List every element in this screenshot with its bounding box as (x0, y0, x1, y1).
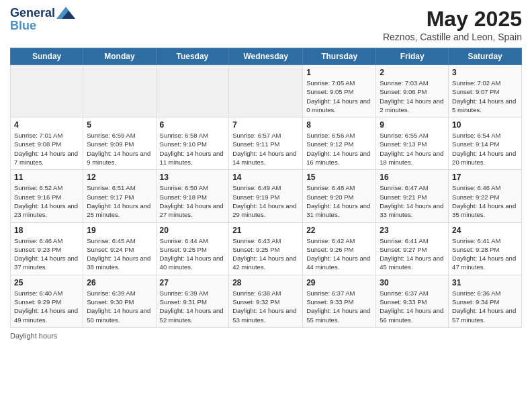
calendar-cell: 20Sunrise: 6:44 AM Sunset: 9:25 PM Dayli… (156, 222, 229, 275)
calendar-cell: 16Sunrise: 6:47 AM Sunset: 9:21 PM Dayli… (376, 170, 449, 222)
calendar-header-row: SundayMondayTuesdayWednesdayThursdayFrid… (11, 48, 522, 65)
calendar-header-wednesday: Wednesday (229, 48, 303, 65)
day-info: Sunrise: 6:41 AM Sunset: 9:28 PM Dayligh… (452, 236, 518, 272)
day-info: Sunrise: 6:36 AM Sunset: 9:34 PM Dayligh… (452, 289, 518, 324)
calendar-cell: 25Sunrise: 6:40 AM Sunset: 9:29 PM Dayli… (11, 275, 83, 327)
day-number: 28 (232, 278, 299, 287)
calendar-cell: 24Sunrise: 6:41 AM Sunset: 9:28 PM Dayli… (449, 222, 522, 275)
day-number: 5 (87, 120, 152, 130)
day-number: 29 (306, 278, 372, 287)
day-number: 31 (452, 278, 518, 287)
calendar-cell: 18Sunrise: 6:46 AM Sunset: 9:23 PM Dayli… (11, 222, 83, 275)
day-number: 20 (160, 226, 226, 235)
day-number: 11 (14, 173, 79, 182)
day-number: 24 (452, 226, 518, 235)
day-info: Sunrise: 6:54 AM Sunset: 9:14 PM Dayligh… (452, 131, 518, 167)
day-number: 30 (380, 278, 445, 287)
day-number: 27 (160, 278, 226, 287)
calendar-cell: 21Sunrise: 6:43 AM Sunset: 9:25 PM Dayli… (229, 222, 303, 275)
day-number: 10 (452, 120, 518, 130)
day-info: Sunrise: 6:37 AM Sunset: 9:33 PM Dayligh… (380, 289, 445, 324)
day-info: Sunrise: 6:56 AM Sunset: 9:12 PM Dayligh… (306, 131, 372, 167)
calendar-cell: 26Sunrise: 6:39 AM Sunset: 9:30 PM Dayli… (83, 275, 156, 327)
calendar-cell: 27Sunrise: 6:39 AM Sunset: 9:31 PM Dayli… (156, 275, 229, 327)
day-info: Sunrise: 6:47 AM Sunset: 9:21 PM Dayligh… (380, 183, 445, 219)
footer-note: Daylight hours (10, 332, 522, 340)
day-number: 1 (306, 68, 372, 77)
calendar-cell: 5Sunrise: 6:59 AM Sunset: 9:09 PM Daylig… (83, 118, 156, 170)
calendar-header-monday: Monday (83, 48, 156, 65)
calendar-cell: 2Sunrise: 7:03 AM Sunset: 9:06 PM Daylig… (376, 65, 449, 118)
day-number: 18 (14, 226, 79, 235)
day-number: 21 (232, 226, 299, 235)
calendar-cell (83, 65, 156, 118)
calendar-cell: 7Sunrise: 6:57 AM Sunset: 9:11 PM Daylig… (229, 118, 303, 170)
calendar-table: SundayMondayTuesdayWednesdayThursdayFrid… (10, 48, 522, 328)
day-info: Sunrise: 6:44 AM Sunset: 9:25 PM Dayligh… (160, 236, 226, 272)
calendar-cell: 12Sunrise: 6:51 AM Sunset: 9:17 PM Dayli… (83, 170, 156, 222)
logo-text: General (10, 7, 75, 20)
day-number: 16 (380, 173, 445, 182)
calendar-cell: 3Sunrise: 7:02 AM Sunset: 9:07 PM Daylig… (449, 65, 522, 118)
calendar-cell: 14Sunrise: 6:49 AM Sunset: 9:19 PM Dayli… (229, 170, 303, 222)
day-number: 17 (452, 173, 518, 182)
calendar-cell: 23Sunrise: 6:41 AM Sunset: 9:27 PM Dayli… (376, 222, 449, 275)
calendar-cell: 30Sunrise: 6:37 AM Sunset: 9:33 PM Dayli… (376, 275, 449, 327)
logo: General Blue (10, 7, 75, 33)
day-info: Sunrise: 6:38 AM Sunset: 9:32 PM Dayligh… (232, 289, 299, 324)
calendar-header-sunday: Sunday (11, 48, 83, 65)
day-number: 26 (87, 278, 152, 287)
day-info: Sunrise: 6:43 AM Sunset: 9:25 PM Dayligh… (232, 236, 299, 272)
day-info: Sunrise: 7:05 AM Sunset: 9:05 PM Dayligh… (306, 79, 372, 114)
day-info: Sunrise: 6:57 AM Sunset: 9:11 PM Dayligh… (232, 131, 299, 167)
day-info: Sunrise: 6:51 AM Sunset: 9:17 PM Dayligh… (87, 183, 152, 219)
day-info: Sunrise: 6:45 AM Sunset: 9:24 PM Dayligh… (87, 236, 152, 272)
calendar-week-1: 1Sunrise: 7:05 AM Sunset: 9:05 PM Daylig… (11, 65, 522, 118)
title-area: May 2025 Reznos, Castille and Leon, Spai… (383, 7, 522, 42)
day-info: Sunrise: 6:59 AM Sunset: 9:09 PM Dayligh… (87, 131, 152, 167)
day-number: 2 (380, 68, 445, 77)
day-info: Sunrise: 6:46 AM Sunset: 9:23 PM Dayligh… (14, 236, 79, 272)
day-number: 8 (306, 120, 372, 130)
calendar-cell: 13Sunrise: 6:50 AM Sunset: 9:18 PM Dayli… (156, 170, 229, 222)
day-info: Sunrise: 6:46 AM Sunset: 9:22 PM Dayligh… (452, 183, 518, 219)
logo-icon (56, 7, 75, 19)
calendar-cell: 17Sunrise: 6:46 AM Sunset: 9:22 PM Dayli… (449, 170, 522, 222)
day-info: Sunrise: 6:50 AM Sunset: 9:18 PM Dayligh… (160, 183, 226, 219)
day-number: 3 (452, 68, 518, 77)
calendar-week-2: 4Sunrise: 7:01 AM Sunset: 9:08 PM Daylig… (11, 118, 522, 170)
day-info: Sunrise: 7:02 AM Sunset: 9:07 PM Dayligh… (452, 79, 518, 114)
calendar-week-4: 18Sunrise: 6:46 AM Sunset: 9:23 PM Dayli… (11, 222, 522, 275)
location-subtitle: Reznos, Castille and Leon, Spain (383, 32, 522, 42)
day-info: Sunrise: 6:48 AM Sunset: 9:20 PM Dayligh… (306, 183, 372, 219)
day-info: Sunrise: 6:37 AM Sunset: 9:33 PM Dayligh… (306, 289, 372, 324)
day-number: 6 (160, 120, 226, 130)
calendar-cell: 6Sunrise: 6:58 AM Sunset: 9:10 PM Daylig… (156, 118, 229, 170)
page-container: General Blue May 2025 Reznos, Castille a… (0, 0, 532, 347)
day-info: Sunrise: 6:42 AM Sunset: 9:26 PM Dayligh… (306, 236, 372, 272)
day-info: Sunrise: 6:52 AM Sunset: 9:16 PM Dayligh… (14, 183, 79, 219)
day-number: 7 (232, 120, 299, 130)
day-number: 9 (380, 120, 445, 130)
calendar-cell (11, 65, 83, 118)
calendar-cell: 8Sunrise: 6:56 AM Sunset: 9:12 PM Daylig… (303, 118, 376, 170)
day-number: 12 (87, 173, 152, 182)
calendar-cell: 10Sunrise: 6:54 AM Sunset: 9:14 PM Dayli… (449, 118, 522, 170)
day-info: Sunrise: 6:40 AM Sunset: 9:29 PM Dayligh… (14, 289, 79, 324)
calendar-header-saturday: Saturday (449, 48, 522, 65)
calendar-cell: 31Sunrise: 6:36 AM Sunset: 9:34 PM Dayli… (449, 275, 522, 327)
calendar-header-thursday: Thursday (303, 48, 376, 65)
day-number: 15 (306, 173, 372, 182)
calendar-cell: 4Sunrise: 7:01 AM Sunset: 9:08 PM Daylig… (11, 118, 83, 170)
day-info: Sunrise: 7:03 AM Sunset: 9:06 PM Dayligh… (380, 79, 445, 114)
day-number: 19 (87, 226, 152, 235)
day-info: Sunrise: 6:58 AM Sunset: 9:10 PM Dayligh… (160, 131, 226, 167)
calendar-header-tuesday: Tuesday (156, 48, 229, 65)
day-number: 23 (380, 226, 445, 235)
header: General Blue May 2025 Reznos, Castille a… (10, 7, 522, 42)
day-info: Sunrise: 6:39 AM Sunset: 9:31 PM Dayligh… (160, 289, 226, 324)
month-title: May 2025 (383, 7, 522, 32)
day-number: 4 (14, 120, 79, 130)
calendar-cell: 15Sunrise: 6:48 AM Sunset: 9:20 PM Dayli… (303, 170, 376, 222)
calendar-cell: 29Sunrise: 6:37 AM Sunset: 9:33 PM Dayli… (303, 275, 376, 327)
